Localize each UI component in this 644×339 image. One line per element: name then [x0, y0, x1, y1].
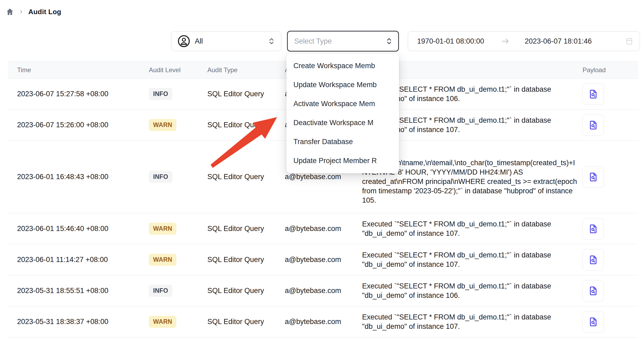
row-time: 2023-06-01 15:46:40 +08:00 — [8, 225, 149, 233]
audit-level-badge: WARN — [149, 223, 176, 235]
chevron-right-icon — [19, 9, 24, 14]
file-search-icon — [588, 255, 599, 265]
chevrons-up-down-icon — [267, 37, 276, 45]
col-audit-type: Audit Type — [207, 66, 285, 74]
actor-filter-select[interactable]: All — [171, 31, 281, 51]
dropdown-item-activate-workspace-member[interactable]: Activate Workspace Mem — [286, 94, 399, 113]
dropdown-item-update-project-member-role[interactable]: Update Project Member R — [286, 151, 399, 170]
payload-view-button[interactable] — [583, 218, 604, 240]
date-range-end[interactable]: 2023-06-07 18:01:46 — [525, 37, 592, 45]
row-level: WARN — [149, 316, 207, 328]
file-search-icon — [588, 172, 599, 182]
row-time: 2023-06-01 11:14:27 +08:00 — [8, 256, 149, 264]
row-level: INFO — [149, 171, 207, 183]
row-payload — [581, 311, 638, 333]
table-row: 2023-06-01 15:46:40 +08:00 WARN SQL Edit… — [8, 213, 638, 244]
row-level: WARN — [149, 254, 207, 266]
row-comment: Executed `"SELECT * FROM db_ui_demo.t1;"… — [362, 219, 581, 238]
row-payload — [581, 249, 638, 271]
file-search-icon — [588, 286, 599, 296]
row-comment: Executed `"SELECT * FROM db_ui_demo.t1;"… — [362, 251, 581, 269]
actor-filter-value: All — [195, 37, 203, 45]
row-time: 2023-05-31 18:38:37 +08:00 — [8, 318, 149, 326]
person-circle-icon — [178, 35, 190, 47]
row-actor: a@bytebase.com — [285, 225, 362, 233]
dropdown-item-transfer-database[interactable]: Transfer Database — [286, 132, 399, 151]
row-actor: a@bytebase.com — [285, 256, 362, 264]
row-audit-type: SQL Editor Query — [207, 287, 285, 295]
row-payload — [581, 166, 638, 188]
row-actor: a@bytebase.com — [285, 173, 362, 181]
row-audit-type: SQL Editor Query — [207, 90, 285, 98]
type-select-dropdown: Create Workspace Memb Update Workspace M… — [286, 54, 399, 173]
row-payload — [581, 218, 638, 240]
date-range-picker[interactable]: 1970-01-01 08:00:00 2023-06-07 18:01:46 — [408, 31, 640, 51]
row-audit-type: SQL Editor Query — [207, 121, 285, 129]
row-time: 2023-05-31 18:55:51 +08:00 — [8, 287, 149, 295]
audit-level-badge: WARN — [149, 316, 176, 328]
type-filter-select[interactable]: Select Type — [287, 31, 399, 52]
row-level: WARN — [149, 119, 207, 131]
col-payload: Payload — [581, 66, 638, 74]
dropdown-item-create-workspace-member[interactable]: Create Workspace Memb — [286, 56, 399, 75]
row-audit-type: SQL Editor Query — [207, 173, 285, 181]
row-audit-type: SQL Editor Query — [207, 256, 285, 264]
col-time: Time — [8, 66, 149, 74]
dropdown-item-update-workspace-member[interactable]: Update Workspace Memb — [286, 75, 399, 94]
arrow-right-icon — [501, 37, 510, 46]
file-search-icon — [588, 317, 599, 327]
payload-view-button[interactable] — [583, 166, 604, 188]
payload-view-button[interactable] — [583, 280, 604, 302]
row-audit-type: SQL Editor Query — [207, 225, 285, 233]
row-time: 2023-06-07 15:27:58 +08:00 — [8, 90, 149, 98]
home-icon[interactable] — [6, 8, 14, 16]
payload-view-button[interactable] — [583, 249, 604, 271]
row-payload — [581, 114, 638, 136]
payload-view-button[interactable] — [583, 311, 604, 333]
row-level: INFO — [149, 88, 207, 100]
row-level: WARN — [149, 223, 207, 235]
col-audit-level: Audit Level — [149, 66, 207, 74]
dropdown-item-deactivate-workspace-member[interactable]: Deactivate Workspace M — [286, 113, 399, 132]
row-time: 2023-06-01 16:48:43 +08:00 — [8, 173, 149, 181]
page-title: Audit Log — [28, 8, 61, 16]
row-actor: a@bytebase.com — [285, 287, 362, 295]
audit-level-badge: WARN — [149, 254, 176, 266]
row-time: 2023-06-07 15:26:00 +08:00 — [8, 121, 149, 129]
payload-view-button[interactable] — [583, 114, 604, 136]
audit-level-badge: WARN — [149, 119, 176, 131]
breadcrumb: Audit Log — [6, 6, 61, 17]
row-level: INFO — [149, 285, 207, 297]
table-row: 2023-05-31 18:55:51 +08:00 INFO SQL Edit… — [8, 275, 638, 306]
table-row: 2023-06-01 11:14:27 +08:00 WARN SQL Edit… — [8, 244, 638, 275]
audit-level-badge: INFO — [149, 88, 172, 100]
date-range-start[interactable]: 1970-01-01 08:00:00 — [417, 37, 484, 45]
calendar-icon[interactable] — [625, 37, 633, 45]
audit-level-badge: INFO — [149, 171, 172, 183]
type-filter-placeholder: Select Type — [294, 37, 332, 45]
row-payload — [581, 83, 638, 105]
audit-log-page: Audit Log All Select Type 1970-01-01 08:… — [0, 0, 644, 339]
row-comment: Executed `"SELECT * FROM db_ui_demo.t1;"… — [362, 313, 581, 331]
row-comment: Executed `"SELECT * FROM db_ui_demo.t1;"… — [362, 282, 581, 300]
row-actor: a@bytebase.com — [285, 318, 362, 326]
chevrons-up-down-icon — [385, 37, 393, 45]
row-audit-type: SQL Editor Query — [207, 318, 285, 326]
file-search-icon — [588, 89, 599, 99]
file-search-icon — [588, 120, 599, 130]
audit-level-badge: INFO — [149, 285, 172, 297]
file-search-icon — [588, 224, 599, 234]
payload-view-button[interactable] — [583, 83, 604, 105]
table-row: 2023-05-31 18:38:37 +08:00 WARN SQL Edit… — [8, 306, 638, 337]
row-payload — [581, 280, 638, 302]
